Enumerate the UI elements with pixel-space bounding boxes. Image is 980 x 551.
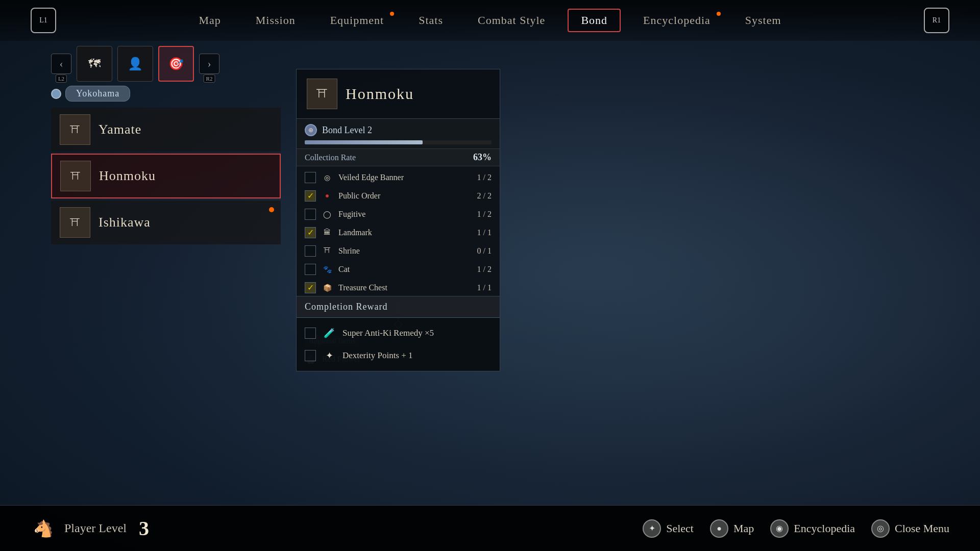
completion-icon-remedy: 🧪 [322,326,336,340]
player-level-section: 🐴 Player Level 3 [31,516,149,541]
item-name-cat: Cat [338,265,466,274]
area-name-honmoku: Honmoku [99,168,156,184]
l1-button[interactable]: L1 [31,8,56,33]
list-item: 🐾 Cat 1 / 2 [297,260,500,279]
tab-left-arrow[interactable]: ‹ L2 [51,54,71,74]
encyclopedia-button-label: Encyclopedia [794,522,855,535]
nav-bond[interactable]: Bond [568,9,621,32]
item-name-treasure-chest: Treasure Chest [338,283,466,292]
area-icon-yamate: ⛩ [60,114,90,145]
nav-combat-style[interactable]: Combat Style [465,10,557,31]
nav-map[interactable]: Map [186,10,233,31]
collection-rate-value: 63% [473,152,492,163]
item-checkbox-public-order: ✓ [305,190,316,202]
tab-icon-1[interactable]: 🗺 [77,46,112,82]
item-name-veiled-edge: Veiled Edge Banner [338,173,466,182]
item-icon-public-order: ● [321,190,333,202]
close-menu-button-label: Close Menu [895,522,949,535]
nav-system[interactable]: System [733,10,794,31]
bottom-ctrl-select[interactable]: ✦ Select [643,519,694,538]
nav-stats[interactable]: Stats [406,10,455,31]
completion-item-dexterity: ✦ Dexterity Points + 1 [297,344,500,367]
bond-bar-container [297,138,500,148]
bond-icon: ⊕ [305,124,317,136]
area-list: ⛩ Yamate ⛩ Honmoku ⛩ Ishikawa [51,108,281,244]
item-icon-treasure-chest: 📦 [321,282,333,294]
completion-reward-header: Completion Reward [297,296,500,318]
left-panel: ‹ L2 🗺 👤 🎯 › R2 Yokohama ⛩ Yamate ⛩ Honm… [51,46,281,246]
encyclopedia-button-icon: ◉ [770,519,789,538]
player-level-icon: 🐴 [31,516,56,541]
area-name-yamate: Yamate [99,122,141,137]
select-button-label: Select [666,522,694,535]
completion-reward-title: Completion Reward [305,302,492,312]
item-count-treasure-chest: 1 / 1 [471,283,492,292]
r1-button[interactable]: R1 [924,8,949,33]
completion-reward-panel: Completion Reward 🧪 Super Anti-Ki Remedy… [296,296,500,371]
area-item-yamate[interactable]: ⛩ Yamate [51,108,281,152]
nav-equipment[interactable]: Equipment [318,10,397,31]
bottom-ctrl-encyclopedia[interactable]: ◉ Encyclopedia [770,519,855,538]
completion-icon-dexterity: ✦ [322,348,336,363]
list-item: ◯ Fugitive 1 / 2 [297,205,500,223]
item-count-public-order: 2 / 2 [471,191,492,201]
completion-checkbox-remedy [305,328,316,339]
area-item-ishikawa[interactable]: ⛩ Ishikawa [51,201,281,244]
item-icon-shrine: ⛩ [321,245,333,257]
list-item: ◎ Veiled Edge Banner 1 / 2 [297,168,500,187]
item-count-landmark: 1 / 1 [471,228,492,237]
item-icon-fugitive: ◯ [321,208,333,220]
item-name-fugitive: Fugitive [338,210,466,219]
nav-mission[interactable]: Mission [243,10,308,31]
list-item: ✓ 🏛 Landmark 1 / 1 [297,223,500,242]
bond-level-text: Bond Level 2 [322,125,372,136]
bottom-bar: 🐴 Player Level 3 ✦ Select ● Map ◉ Encycl… [0,505,980,551]
tab-icon-3[interactable]: 🎯 [158,46,194,82]
item-checkbox-cat [305,264,316,275]
collection-rate-row: Collection Rate 63% [297,148,500,166]
item-name-landmark: Landmark [338,228,466,237]
completion-name-dexterity: Dexterity Points + 1 [342,350,413,361]
bond-bar-background [305,140,492,144]
collection-rate-label: Collection Rate [305,153,356,162]
bottom-ctrl-map[interactable]: ● Map [710,519,754,538]
area-item-honmoku[interactable]: ⛩ Honmoku [51,154,281,198]
item-checkbox-veiled-edge [305,172,316,183]
item-icon-landmark: 🏛 [321,227,333,239]
r2-label: R2 [204,74,215,83]
item-icon-veiled-edge: ◎ [321,171,333,184]
completion-name-remedy: Super Anti-Ki Remedy ×5 [342,328,434,338]
list-item: ⛩ Shrine 0 / 1 [297,242,500,260]
item-count-shrine: 0 / 1 [471,246,492,256]
top-navigation: L1 Map Mission Equipment Stats Combat St… [0,0,980,41]
tab-icon-2[interactable]: 👤 [117,46,153,82]
select-button-icon: ✦ [643,519,661,538]
item-checkbox-fugitive [305,209,316,220]
player-level-label: Player Level [64,521,127,535]
region-dot [51,89,61,99]
region-selector[interactable]: Yokohama [51,86,281,102]
item-checkbox-treasure-chest: ✓ [305,282,316,293]
detail-header: ⛩ Honmoku [297,69,500,119]
close-menu-button-icon: ◎ [871,519,890,538]
nav-encyclopedia[interactable]: Encyclopedia [631,10,723,31]
area-icon-honmoku: ⛩ [60,161,91,191]
area-name-ishikawa: Ishikawa [99,215,151,230]
tab-right-arrow[interactable]: › R2 [199,54,219,74]
map-button-icon: ● [710,519,728,538]
l2-label: L2 [56,74,67,83]
detail-area-icon: ⛩ [307,79,337,109]
region-name: Yokohama [65,86,130,102]
completion-item-remedy: 🧪 Super Anti-Ki Remedy ×5 [297,322,500,344]
player-level-number: 3 [139,516,149,540]
item-name-public-order: Public Order [338,191,466,201]
item-icon-cat: 🐾 [321,263,333,276]
bottom-controls: ✦ Select ● Map ◉ Encyclopedia ◎ Close Me… [643,519,949,538]
bond-bar-fill [305,140,423,144]
bottom-ctrl-close-menu[interactable]: ◎ Close Menu [871,519,949,538]
completion-items-list: 🧪 Super Anti-Ki Remedy ×5 ✦ Dexterity Po… [297,318,500,371]
tab-row: ‹ L2 🗺 👤 🎯 › R2 [51,46,281,82]
item-checkbox-shrine [305,245,316,257]
item-count-cat: 1 / 2 [471,265,492,274]
bond-level-row: ⊕ Bond Level 2 [297,119,500,138]
